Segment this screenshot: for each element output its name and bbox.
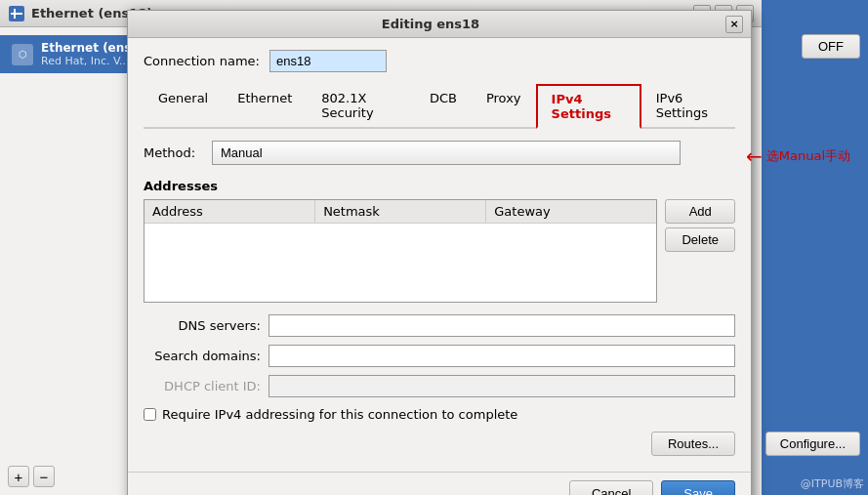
search-domains-row: Search domains: — [144, 345, 735, 367]
editing-dialog: Editing ens18 × Connection name: General… — [127, 10, 752, 495]
annotation: ← 选Manual手动 — [746, 144, 850, 168]
add-connection-button[interactable]: + — [8, 466, 29, 487]
modal-footer: Cancel Save — [128, 472, 751, 495]
connection-name-row: Connection name: — [144, 50, 735, 72]
configure-button[interactable]: Configure... — [765, 432, 860, 456]
require-ipv4-checkbox[interactable] — [144, 408, 156, 421]
addresses-title: Addresses — [144, 179, 735, 193]
connection-name-label: Connection name: — [144, 54, 260, 68]
dns-row: DNS servers: — [144, 314, 735, 337]
dhcp-input — [269, 375, 735, 397]
connection-name-input[interactable] — [269, 50, 387, 72]
method-select-wrapper: Manual Automatic (DHCP) Link-Local Only … — [212, 141, 681, 165]
tab-general[interactable]: General — [144, 84, 223, 129]
watermark: @ITPUB博客 — [801, 476, 864, 491]
tab-ethernet[interactable]: Ethernet — [223, 84, 307, 129]
addresses-table: Address Netmask Gateway — [144, 199, 657, 303]
svg-rect-2 — [14, 9, 16, 19]
tab-ipv4-settings[interactable]: IPv4 Settings — [536, 84, 641, 129]
modal-titlebar: Editing ens18 × — [128, 11, 751, 38]
add-address-button[interactable]: Add — [665, 199, 735, 224]
require-ipv4-label: Require IPv4 addressing for this connect… — [162, 407, 517, 422]
modal-close-button[interactable]: × — [725, 16, 743, 33]
modal-title: Editing ens18 — [136, 17, 725, 31]
routes-row: Routes... — [144, 432, 735, 456]
tab-dcb[interactable]: DCB — [415, 84, 472, 129]
cancel-button[interactable]: Cancel — [569, 480, 653, 495]
off-button[interactable]: OFF — [802, 34, 860, 59]
tab-proxy[interactable]: Proxy — [472, 84, 536, 129]
search-domains-label: Search domains: — [144, 349, 261, 363]
address-col-header: Address — [145, 200, 315, 223]
modal-body: Connection name: General Ethernet 802.1X… — [128, 38, 751, 468]
ethernet-icon: ⬡ — [12, 44, 33, 65]
network-icon — [8, 5, 25, 22]
tab-8021x-security[interactable]: 802.1X Security — [307, 84, 415, 129]
method-label: Method: — [144, 145, 202, 160]
settings-tabs: General Ethernet 802.1X Security DCB Pro… — [144, 84, 735, 129]
dns-label: DNS servers: — [144, 318, 261, 333]
search-domains-input[interactable] — [269, 345, 735, 367]
routes-button[interactable]: Routes... — [651, 432, 735, 456]
remove-connection-button[interactable]: − — [33, 466, 55, 487]
save-button[interactable]: Save — [661, 480, 735, 495]
tab-ipv6-settings[interactable]: IPv6 Settings — [641, 84, 735, 129]
dhcp-label: DHCP client ID: — [144, 379, 261, 393]
method-select[interactable]: Manual Automatic (DHCP) Link-Local Only … — [212, 141, 681, 165]
addr-table-body — [145, 224, 656, 302]
delete-address-button[interactable]: Delete — [665, 227, 735, 252]
addr-table-buttons: Add Delete — [665, 199, 735, 303]
annotation-text: 选Manual手动 — [766, 147, 850, 165]
dhcp-row: DHCP client ID: — [144, 375, 735, 397]
addr-table-header: Address Netmask Gateway — [145, 200, 656, 224]
svg-rect-1 — [11, 13, 22, 15]
addresses-table-wrapper: Address Netmask Gateway Add Delete — [144, 199, 735, 303]
addresses-section: Addresses Address Netmask Gateway Add De… — [144, 179, 735, 303]
require-ipv4-row: Require IPv4 addressing for this connect… — [144, 407, 735, 422]
method-row: Method: Manual Automatic (DHCP) Link-Loc… — [144, 141, 735, 165]
netmask-col-header: Netmask — [315, 200, 486, 223]
dns-input[interactable] — [269, 314, 735, 337]
gateway-col-header: Gateway — [486, 200, 656, 223]
